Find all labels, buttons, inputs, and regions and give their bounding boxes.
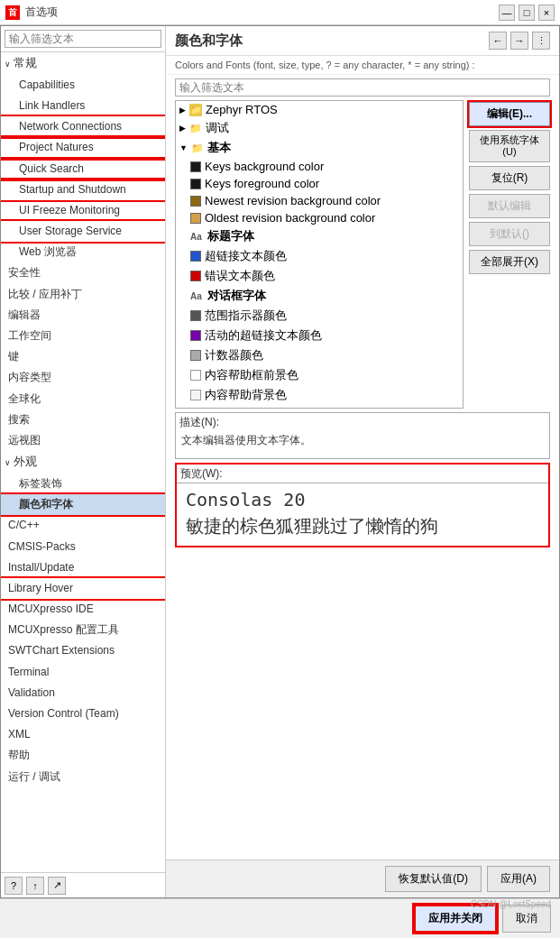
nav-back-button[interactable]: ←: [489, 32, 507, 50]
dialog-font-label: 对话框字体: [207, 288, 266, 304]
preview-text: 敏捷的棕色狐狸跳过了懒惰的狗: [186, 514, 539, 538]
title-bar-text: 首选项: [25, 5, 58, 20]
sidebar-item-ui-freeze[interactable]: UI Freeze Monitoring: [1, 200, 165, 221]
sidebar-item-startup-shutdown[interactable]: Startup and Shutdown: [1, 179, 165, 200]
font-tree-zephyr[interactable]: ▶ 📁 Zephyr RTOS: [176, 101, 463, 118]
sidebar-item-project-natures[interactable]: Project Natures: [1, 137, 165, 158]
debug-label: 调试: [206, 120, 229, 136]
restore-defaults-button[interactable]: 恢复默认值(D): [385, 866, 482, 892]
maximize-button[interactable]: □: [519, 5, 535, 21]
general-label: 常规: [14, 56, 37, 69]
zephyr-label: Zephyr RTOS: [206, 103, 278, 116]
sidebar-export-button[interactable]: ↗: [48, 877, 66, 895]
sidebar-search-input[interactable]: [5, 30, 161, 48]
use-system-font-button[interactable]: 使用系统字体(U): [469, 130, 550, 162]
sidebar-item-swtchart[interactable]: SWTChart Extensions: [1, 640, 165, 661]
sidebar-bottom: ? ↑ ↗: [1, 872, 165, 897]
sidebar-item-run-debug[interactable]: 运行 / 调试: [1, 767, 165, 787]
edit-button[interactable]: 编辑(E)...: [469, 102, 550, 126]
newest-rev-label: Newest revision background color: [205, 194, 381, 207]
dialog-font-icon: Aa: [190, 291, 202, 301]
minimize-button[interactable]: —: [499, 5, 515, 21]
font-tree-bold-font[interactable]: Aa 标题字体: [176, 226, 463, 246]
close-button[interactable]: ×: [538, 5, 555, 21]
keys-bg-swatch: [190, 161, 201, 172]
nav-fwd-button[interactable]: →: [510, 32, 528, 50]
font-tree-counter-color[interactable]: 计数器颜色: [176, 345, 463, 365]
basic-arrow: ▼: [179, 143, 188, 152]
sidebar-item-version-control[interactable]: Version Control (Team): [1, 704, 165, 724]
sidebar-item-general[interactable]: ∨ 常规: [1, 52, 165, 75]
to-default-button: 到默认(): [469, 222, 550, 246]
font-tree-newest-rev-bg[interactable]: Newest revision background color: [176, 192, 463, 209]
debug-icon: 📁: [189, 123, 202, 134]
sidebar-up-button[interactable]: ↑: [26, 877, 44, 895]
font-tree[interactable]: ▶ 📁 Zephyr RTOS ▶ 📁 调试 ▼ 📁 基本: [175, 100, 464, 409]
sidebar-item-network-connections[interactable]: Network Connections: [1, 116, 165, 137]
reset-button[interactable]: 复位(R): [469, 166, 550, 190]
font-tree-basic[interactable]: ▼ 📁 基本: [176, 138, 463, 158]
sidebar-item-library-hover[interactable]: Library Hover: [1, 578, 165, 599]
font-tree-match-highlight[interactable]: 匹配高亮背景色: [176, 405, 463, 409]
sidebar-item-mcuxpresso-config[interactable]: MCUXpresso 配置工具: [1, 620, 165, 640]
basic-label: 基本: [207, 140, 231, 156]
sidebar-item-appearance[interactable]: ∨ 外观: [1, 451, 165, 474]
preview-content: Consolas 20 敏捷的棕色狐狸跳过了懒惰的狗: [177, 483, 548, 546]
sidebar-item-keys[interactable]: 键: [1, 346, 165, 367]
sidebar-item-terminal[interactable]: Terminal: [1, 662, 165, 683]
spacer: [166, 551, 559, 860]
font-tree-active-hyperlink[interactable]: 活动的超链接文本颜色: [176, 326, 463, 345]
font-tree-debug[interactable]: ▶ 📁 调试: [176, 118, 463, 138]
font-tree-oldest-rev-bg[interactable]: Oldest revision background color: [176, 209, 463, 226]
oldest-rev-swatch: [190, 213, 201, 224]
sidebar-item-cmsis-packs[interactable]: CMSIS-Packs: [1, 537, 165, 557]
sidebar-tree: ∨ 常规 Capabilities Link Handlers Network …: [1, 52, 165, 872]
sidebar-item-capabilities[interactable]: Capabilities: [1, 75, 165, 96]
sidebar-item-validation[interactable]: Validation: [1, 683, 165, 704]
content-help-fg-label: 内容帮助框前景色: [205, 367, 298, 383]
default-edit-button: 默认编辑: [469, 194, 550, 218]
sidebar-item-label-decor[interactable]: 标签装饰: [1, 474, 165, 494]
sidebar-item-link-handlers[interactable]: Link Handlers: [1, 96, 165, 116]
sidebar-item-remote-view[interactable]: 远视图: [1, 430, 165, 451]
expand-all-button[interactable]: 全部展开(X): [469, 250, 550, 274]
font-tree-hyperlink-color[interactable]: 超链接文本颜色: [176, 246, 463, 266]
sidebar-item-mcuxpresso-ide[interactable]: MCUXpresso IDE: [1, 599, 165, 620]
sidebar-item-user-storage[interactable]: User Storage Service: [1, 221, 165, 242]
nav-more-button[interactable]: ⋮: [532, 32, 550, 50]
keys-fg-label: Keys foreground color: [205, 177, 319, 190]
font-tree-keys-bg[interactable]: Keys background color: [176, 158, 463, 175]
right-filter-input[interactable]: [175, 78, 550, 97]
font-tree-error-color[interactable]: 错误文本颜色: [176, 266, 463, 286]
sidebar-item-help[interactable]: 帮助: [1, 745, 165, 766]
sidebar-item-globalization[interactable]: 全球化: [1, 389, 165, 409]
error-swatch: [190, 271, 201, 281]
sidebar-item-colors-fonts[interactable]: 颜色和字体: [1, 494, 165, 515]
sidebar-item-xml[interactable]: XML: [1, 724, 165, 745]
sidebar-item-content-types[interactable]: 内容类型: [1, 367, 165, 388]
window-controls: — □ ×: [499, 5, 555, 21]
sidebar-help-button[interactable]: ?: [5, 877, 23, 895]
hyperlink-label: 超链接文本颜色: [205, 248, 287, 264]
font-tree-hover-fg[interactable]: 范围指示器颜色: [176, 306, 463, 326]
right-header: 颜色和字体 ← → ⋮: [166, 26, 559, 56]
font-tree-content-help-bg[interactable]: 内容帮助背景色: [176, 385, 463, 405]
font-tree-dialog-font[interactable]: Aa 对话框字体: [176, 286, 463, 306]
sidebar-item-search[interactable]: 搜索: [1, 409, 165, 430]
preview-font-info: Consolas 20: [186, 489, 539, 510]
sidebar-item-cpp[interactable]: C/C++: [1, 515, 165, 536]
font-tree-keys-fg[interactable]: Keys foreground color: [176, 175, 463, 192]
sidebar-item-workspace[interactable]: 工作空间: [1, 326, 165, 346]
sidebar-item-compare[interactable]: 比较 / 应用补丁: [1, 284, 165, 305]
apply-button[interactable]: 应用(A): [487, 866, 550, 892]
right-subtitle: Colors and Fonts (font, size, type, ? = …: [166, 56, 559, 75]
preview-label: 预览(W):: [177, 464, 548, 483]
sidebar-item-install-update[interactable]: Install/Update: [1, 557, 165, 578]
font-tree-content-help-fg[interactable]: 内容帮助框前景色: [176, 365, 463, 385]
sidebar-item-quick-search[interactable]: Quick Search: [1, 159, 165, 179]
app-icon: 首: [5, 5, 20, 20]
newest-rev-swatch: [190, 196, 201, 207]
sidebar-item-web-browser[interactable]: Web 浏览器: [1, 242, 165, 262]
sidebar-item-editor[interactable]: 编辑器: [1, 305, 165, 326]
sidebar-item-security[interactable]: 安全性: [1, 262, 165, 283]
